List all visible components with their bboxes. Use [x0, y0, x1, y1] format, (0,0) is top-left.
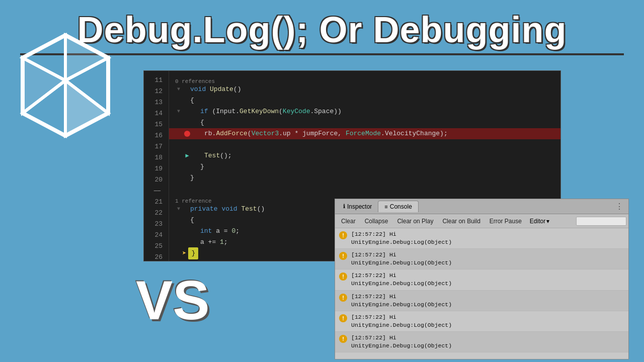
log-warning-icon: ! [339, 252, 347, 260]
code-line-14: { [169, 117, 560, 128]
log-time: [12:57:22] Hi [351, 272, 396, 279]
code-line-18: } [169, 161, 560, 172]
log-entry[interactable]: ! [12:57:22] Hi UnityEngine.Debug:Log(Ob… [335, 269, 628, 290]
log-entry[interactable]: ! [12:57:22] Hi UnityEngine.Debug:Log(Ob… [335, 291, 628, 311]
log-entry[interactable]: ! [12:57:22] Hi UnityEngine.Debug:Log(Ob… [335, 311, 628, 332]
clear-button[interactable]: Clear [337, 217, 360, 226]
svg-marker-7 [65, 35, 108, 80]
collapse-button[interactable]: Collapse [361, 217, 392, 226]
error-pause-button[interactable]: Error Pause [486, 217, 526, 226]
references-top: 0 references [169, 75, 560, 84]
inspector-icon: ℹ [343, 203, 345, 210]
log-entry[interactable]: ! [12:57:22] Hi UnityEngine.Debug:Log(Ob… [335, 332, 628, 352]
code-line-15: rb.AddForce(Vector3.up * jumpForce, Forc… [169, 128, 560, 139]
console-tab-label: Console [390, 203, 412, 210]
vs-text: VS [136, 268, 210, 332]
log-detail: UnityEngine.Debug:Log(Object) [351, 301, 452, 308]
code-line-19: } [169, 172, 560, 184]
log-warning-icon: ! [339, 294, 347, 302]
inspector-tab-label: Inspector [347, 203, 372, 210]
log-warning-icon: ! [339, 335, 347, 343]
log-entry[interactable]: ! [12:57:22] Hi UnityEngine.Debug:Log(Ob… [335, 249, 628, 269]
log-detail: UnityEngine.Debug:Log(Object) [351, 342, 452, 349]
log-time: [12:57:22] Hi [351, 334, 396, 341]
code-line-17: ▶ Test(); [169, 150, 560, 161]
log-warning-icon: ! [339, 231, 347, 239]
code-line-20 [169, 184, 560, 195]
line-numbers: 11 12 13 14 15 16 17 18 19 20 ── 21 22 2… [144, 71, 169, 261]
log-time: [12:57:22] Hi [351, 251, 396, 258]
breakpoint-indicator [184, 131, 190, 137]
clear-on-build-button[interactable]: Clear on Build [438, 217, 484, 226]
tab-inspector[interactable]: ℹ Inspector [337, 201, 378, 212]
log-entry[interactable]: ! [12:57:22] Hi UnityEngine.Debug:Log(Ob… [335, 228, 628, 249]
clear-on-play-button[interactable]: Clear on Play [393, 217, 437, 226]
console-log-area[interactable]: ! [12:57:22] Hi UnityEngine.Debug:Log(Ob… [335, 228, 628, 359]
console-tab-bar: ℹ Inspector ≡ Console ⋮ [335, 199, 628, 214]
log-time: [12:57:22] Hi [351, 314, 396, 320]
console-menu-button[interactable]: ⋮ [612, 201, 626, 212]
code-line-12: { [169, 95, 560, 106]
console-search-input[interactable] [576, 217, 626, 226]
console-panel: ℹ Inspector ≡ Console ⋮ Clear Collapse C… [335, 199, 629, 359]
log-time: [12:57:22] Hi [351, 293, 396, 300]
log-time: [12:57:22] Hi [351, 231, 396, 237]
log-detail: UnityEngine.Debug:Log(Object) [351, 280, 452, 287]
dropdown-arrow-icon: ▾ [546, 218, 549, 225]
code-line-13: ▼ if (Input.GetKeyDown(KeyCode.Space)) [169, 106, 560, 117]
code-line-16 [169, 139, 560, 150]
unity-logo [15, 30, 116, 141]
code-line-11: ▼ void Update() [169, 84, 560, 95]
console-toolbar: Clear Collapse Clear on Play Clear on Bu… [335, 214, 628, 228]
tab-console[interactable]: ≡ Console [378, 201, 418, 212]
console-icon: ≡ [384, 204, 387, 210]
log-warning-icon: ! [339, 273, 347, 281]
log-detail: UnityEngine.Debug:Log(Object) [351, 259, 452, 266]
log-detail: UnityEngine.Debug:Log(Object) [351, 322, 452, 328]
log-warning-icon: ! [339, 314, 347, 322]
log-detail: UnityEngine.Debug:Log(Object) [351, 239, 452, 245]
editor-dropdown-button[interactable]: Editor ▾ [527, 217, 552, 226]
